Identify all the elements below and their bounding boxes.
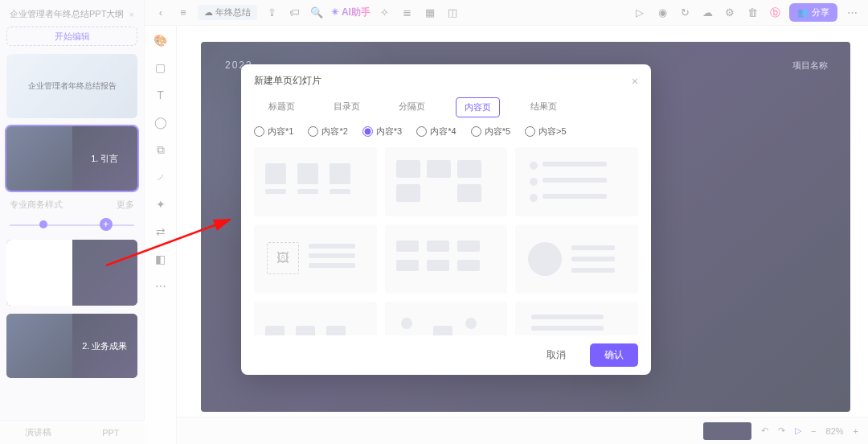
confirm-button[interactable]: 确认: [590, 343, 638, 367]
template-option[interactable]: [515, 224, 638, 294]
radio-1[interactable]: 内容*1: [254, 125, 293, 138]
radio-3[interactable]: 内容*3: [362, 125, 402, 138]
template-option[interactable]: [254, 147, 377, 216]
template-option[interactable]: [515, 147, 638, 216]
tab-toc-page[interactable]: 目录页: [326, 97, 368, 117]
content-count-radios: 内容*1 内容*2 内容*3 内容*4 内容*5 内容>5: [241, 125, 651, 144]
radio-2[interactable]: 内容*2: [308, 125, 347, 138]
template-option[interactable]: [385, 224, 508, 294]
template-option[interactable]: [254, 302, 377, 335]
template-grid: 🖼: [241, 144, 651, 335]
tab-divider-page[interactable]: 分隔页: [391, 97, 433, 117]
radio-4[interactable]: 内容*4: [416, 125, 456, 138]
radio-6[interactable]: 内容>5: [525, 125, 567, 138]
template-option[interactable]: [515, 302, 638, 335]
template-option[interactable]: 🖼: [254, 224, 377, 294]
new-slide-modal: 新建单页幻灯片 × 标题页 目录页 分隔页 内容页 结果页 内容*1 内容*2 …: [241, 64, 651, 375]
modal-title: 新建单页幻灯片: [254, 74, 321, 88]
modal-footer: 取消 确认: [241, 335, 651, 375]
radio-5[interactable]: 内容*5: [471, 125, 510, 138]
template-option[interactable]: [385, 147, 508, 216]
template-option[interactable]: [385, 302, 508, 335]
modal-tabs: 标题页 目录页 分隔页 内容页 结果页: [241, 97, 651, 125]
tab-result-page[interactable]: 结果页: [522, 97, 565, 117]
tab-content-page[interactable]: 内容页: [456, 97, 500, 117]
modal-header: 新建单页幻灯片 ×: [241, 64, 651, 97]
cancel-button[interactable]: 取消: [532, 343, 580, 367]
tab-title-page[interactable]: 标题页: [260, 97, 303, 117]
close-icon[interactable]: ×: [632, 75, 638, 88]
